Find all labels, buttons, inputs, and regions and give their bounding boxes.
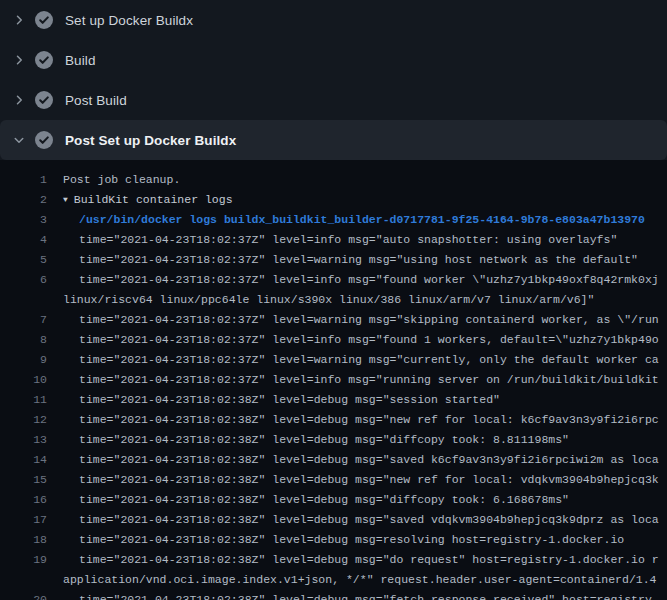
log-line: 2 ▼BuildKit container logs [0,190,667,210]
log-line: 9 ▼time="2021-04-23T18:02:37Z" level=war… [0,350,667,370]
log-line: 8 ▼time="2021-04-23T18:02:37Z" level=inf… [0,330,667,350]
check-circle-icon [35,131,53,149]
log-line: 13 ▼time="2021-04-23T18:02:38Z" level=de… [0,430,667,450]
line-number[interactable]: 16 [12,490,47,510]
log-line: 5 ▼time="2021-04-23T18:02:37Z" level=war… [0,250,667,270]
line-number[interactable]: 6 [12,270,47,290]
step-label: Set up Docker Buildx [65,13,193,28]
log-text: ▼BuildKit container logs [63,190,233,210]
log-text: ▼time="2021-04-23T18:02:38Z" level=debug… [79,470,659,490]
line-number[interactable]: 18 [12,530,47,550]
log-text: ▼time="2021-04-23T18:02:38Z" level=debug… [79,550,659,570]
log-line: 17 ▼time="2021-04-23T18:02:38Z" level=de… [0,510,667,530]
line-number[interactable]: 20 [12,590,47,600]
log-text: ▼time="2021-04-23T18:02:38Z" level=debug… [79,450,659,470]
line-number[interactable]: 19 [12,550,47,570]
log-line: 10 ▼time="2021-04-23T18:02:37Z" level=in… [0,370,667,390]
chevron-icon [12,13,26,27]
line-number[interactable]: 12 [12,410,47,430]
line-number[interactable]: 13 [12,430,47,450]
group-caret-icon[interactable]: ▼ [63,190,68,210]
log-line: 20 ▼time="2021-04-23T18:02:38Z" level=de… [0,590,667,600]
log-line: 3 ▼/usr/bin/docker logs buildx_buildkit_… [0,210,667,230]
log-line: 7 ▼time="2021-04-23T18:02:37Z" level=war… [0,310,667,330]
log-text: ▼time="2021-04-23T18:02:38Z" level=debug… [79,410,659,430]
line-number[interactable]: 4 [12,230,47,250]
log-line: 6 ▼time="2021-04-23T18:02:37Z" level=inf… [0,270,667,290]
line-number[interactable]: 10 [12,370,47,390]
line-number[interactable]: 9 [12,350,47,370]
log-text: ▼time="2021-04-23T18:02:37Z" level=warni… [79,350,659,370]
step-label: Build [65,53,96,68]
log-text: ▼time="2021-04-23T18:02:37Z" level=info … [79,230,617,250]
log-line: 12 ▼time="2021-04-23T18:02:38Z" level=de… [0,410,667,430]
line-number[interactable] [12,290,47,310]
log-text: ▼linux/riscv64 linux/ppc64le linux/s390x… [63,290,594,310]
log-text: ▼time="2021-04-23T18:02:38Z" level=debug… [79,430,569,450]
line-number[interactable]: 15 [12,470,47,490]
log-text: ▼time="2021-04-23T18:02:38Z" level=debug… [79,530,624,550]
log-line: 16 ▼time="2021-04-23T18:02:38Z" level=de… [0,490,667,510]
log-text: ▼time="2021-04-23T18:02:37Z" level=info … [79,270,659,290]
log-text: ▼/usr/bin/docker logs buildx_buildkit_bu… [79,210,645,230]
log-text: ▼time="2021-04-23T18:02:38Z" level=debug… [79,390,500,410]
log-text: ▼time="2021-04-23T18:02:37Z" level=info … [79,330,659,350]
log-line: ▼linux/riscv64 linux/ppc64le linux/s390x… [0,290,667,310]
check-circle-icon [35,11,53,29]
line-number[interactable]: 2 [12,190,47,210]
line-number[interactable]: 1 [12,170,47,190]
chevron-icon [12,93,26,107]
chevron-icon [12,133,26,147]
line-number[interactable] [12,570,47,590]
step-header-row[interactable]: Build [0,40,667,80]
log-line: 15 ▼time="2021-04-23T18:02:38Z" level=de… [0,470,667,490]
log-text: ▼time="2021-04-23T18:02:37Z" level=warni… [79,310,659,330]
log-line: 19 ▼time="2021-04-23T18:02:38Z" level=de… [0,550,667,570]
log-line: 11 ▼time="2021-04-23T18:02:38Z" level=de… [0,390,667,410]
log-text: ▼time="2021-04-23T18:02:38Z" level=debug… [79,590,659,600]
log-text: ▼application/vnd.oci.image.index.v1+json… [63,570,657,590]
check-circle-icon [35,91,53,109]
line-number[interactable]: 7 [12,310,47,330]
log-text: ▼time="2021-04-23T18:02:38Z" level=debug… [79,490,569,510]
step-label: Post Set up Docker Buildx [65,133,236,148]
log-text: ▼time="2021-04-23T18:02:38Z" level=debug… [79,510,659,530]
line-number[interactable]: 11 [12,390,47,410]
check-circle-icon [35,51,53,69]
step-label: Post Build [65,93,127,108]
log-line: 14 ▼time="2021-04-23T18:02:38Z" level=de… [0,450,667,470]
log-scroll-area[interactable]: 1 ▼Post job cleanup. 2 ▼BuildKit contain… [0,160,667,600]
log-line: 1 ▼Post job cleanup. [0,170,667,190]
log-line: 18 ▼time="2021-04-23T18:02:38Z" level=de… [0,530,667,550]
log-text: ▼time="2021-04-23T18:02:37Z" level=warni… [79,250,638,270]
line-number[interactable]: 5 [12,250,47,270]
line-number[interactable]: 14 [12,450,47,470]
line-number[interactable]: 17 [12,510,47,530]
line-number[interactable]: 8 [12,330,47,350]
line-number[interactable]: 3 [12,210,47,230]
log-text: ▼time="2021-04-23T18:02:37Z" level=info … [79,370,659,390]
log-text: ▼Post job cleanup. [63,170,180,190]
step-header-row[interactable]: Post Set up Docker Buildx [0,120,667,160]
step-header-row[interactable]: Set up Docker Buildx [0,0,667,40]
chevron-icon [12,53,26,67]
log-line: 4 ▼time="2021-04-23T18:02:37Z" level=inf… [0,230,667,250]
log-line: ▼application/vnd.oci.image.index.v1+json… [0,570,667,590]
steps-list: Set up Docker Buildx Build Post Buil [0,0,667,160]
step-header-row[interactable]: Post Build [0,80,667,120]
